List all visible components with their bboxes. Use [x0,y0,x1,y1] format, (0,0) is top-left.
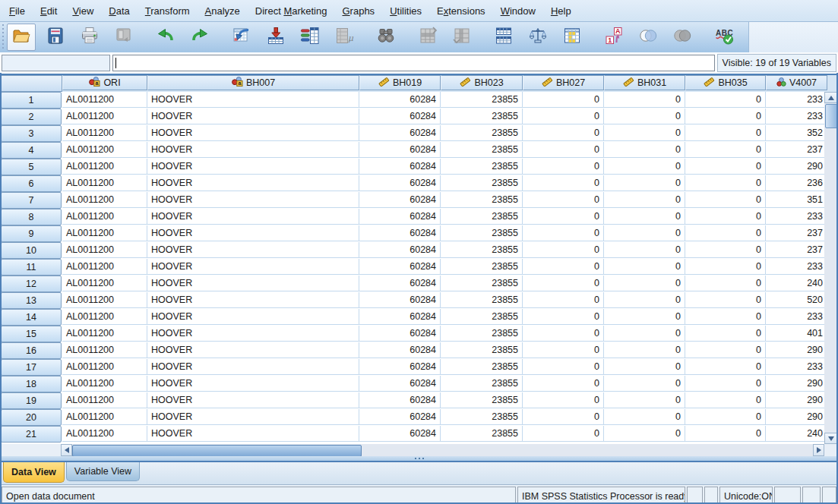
cell[interactable]: 60284 [359,159,441,175]
cell[interactable]: AL0011200 [62,359,147,375]
cell[interactable]: 0 [604,175,685,191]
cell[interactable]: 0 [604,242,685,258]
cell[interactable]: AL0011200 [62,342,147,358]
row-number-21[interactable]: 21 [1,426,62,443]
cell[interactable]: 0 [685,292,766,308]
cell[interactable]: 60284 [359,292,441,308]
cell[interactable]: 60284 [359,175,441,191]
row-number-9[interactable]: 9 [1,225,62,242]
cell[interactable]: 233 [766,109,827,124]
cell[interactable]: 23855 [441,109,523,124]
menu-data[interactable]: Data [101,2,137,20]
cell[interactable]: HOOVER [147,309,359,325]
cell[interactable]: 0 [523,209,604,225]
cell[interactable]: 0 [523,242,604,258]
cell[interactable]: 0 [523,309,604,325]
cell[interactable]: 60284 [359,209,441,225]
cell[interactable]: AL0011200 [62,192,147,208]
cell[interactable]: 60284 [359,192,441,208]
tab-variable-view[interactable]: Variable View [66,462,140,481]
cell[interactable]: 0 [523,292,604,308]
cell[interactable]: HOOVER [147,109,359,124]
cell[interactable]: 23855 [441,92,523,108]
cell[interactable]: 0 [685,276,766,291]
column-header-BH019[interactable]: BH019 [359,75,441,90]
scroll-down-button[interactable] [824,433,837,444]
toolbar-grip[interactable] [1,24,5,50]
cell[interactable]: HOOVER [147,292,359,308]
cell[interactable]: 23855 [441,142,523,158]
cell[interactable]: HOOVER [147,225,359,241]
cell[interactable]: AL0011200 [62,125,147,141]
cell[interactable]: 23855 [441,392,523,408]
use-variable-sets-button[interactable] [634,24,662,51]
cell[interactable]: 0 [523,376,604,392]
cell[interactable]: 0 [685,342,766,358]
cell[interactable]: 23855 [441,225,523,241]
cell[interactable]: 0 [523,259,604,275]
row-number-8[interactable]: 8 [1,209,62,225]
row-number-19[interactable]: 19 [1,392,62,409]
vertical-scroll-track[interactable] [824,129,837,433]
redo-button[interactable] [185,24,214,51]
horizontal-scroll-thumb[interactable] [72,445,362,456]
row-number-5[interactable]: 5 [1,159,62,175]
goto-variable-button[interactable] [261,24,290,51]
column-header-BH007[interactable]: aBH007 [147,75,359,90]
cell[interactable]: 23855 [441,209,523,225]
cell[interactable]: 60284 [359,259,441,275]
cell[interactable]: 0 [685,142,766,158]
cell[interactable]: 0 [604,392,685,408]
cell[interactable]: 23855 [441,409,523,425]
menu-view[interactable]: View [65,2,101,20]
cell[interactable]: 240 [766,426,827,442]
cell[interactable]: 290 [766,376,827,392]
cell[interactable]: 23855 [441,259,523,275]
cell[interactable]: AL0011200 [62,392,147,408]
column-header-BH027[interactable]: BH027 [523,75,604,90]
menu-utilities[interactable]: Utilities [382,2,429,20]
cell[interactable]: 23855 [441,192,523,208]
cell[interactable]: 60284 [359,392,441,408]
cell[interactable]: 23855 [441,292,523,308]
row-number-20[interactable]: 20 [1,409,62,426]
cell[interactable]: 0 [523,175,604,191]
cell[interactable]: 0 [685,326,766,342]
cell[interactable]: 0 [604,109,685,124]
cell[interactable]: HOOVER [147,276,359,291]
cell[interactable]: 23855 [441,175,523,191]
cell[interactable]: 60284 [359,276,441,291]
cell[interactable]: 240 [766,276,827,291]
open-data-button[interactable] [7,24,36,51]
cell[interactable]: 0 [604,309,685,325]
cell[interactable]: 0 [523,276,604,291]
variables-button[interactable] [296,24,324,51]
cell[interactable]: 60284 [359,309,441,325]
cell[interactable]: AL0011200 [62,209,147,225]
cell[interactable]: 0 [523,109,604,124]
row-number-10[interactable]: 10 [1,242,62,259]
scroll-up-button[interactable] [824,92,837,103]
cell[interactable]: HOOVER [147,259,359,275]
horizontal-scroll-track[interactable] [362,444,813,456]
cell[interactable]: 0 [604,225,685,241]
cell[interactable]: 0 [604,125,685,141]
cell[interactable]: 0 [523,125,604,141]
cell[interactable]: 0 [685,192,766,208]
cell[interactable]: 23855 [441,276,523,291]
cell[interactable]: 0 [604,159,685,175]
cell[interactable]: AL0011200 [62,292,147,308]
cell[interactable]: 237 [766,142,827,158]
spell-check-button[interactable]: ABC [710,24,738,51]
row-number-11[interactable]: 11 [1,259,62,276]
cell[interactable]: 520 [766,292,827,308]
cell[interactable]: AL0011200 [62,376,147,392]
cell[interactable]: 0 [604,209,685,225]
cell[interactable]: AL0011200 [62,109,147,124]
cell[interactable]: 60284 [359,376,441,392]
cell[interactable]: 0 [604,192,685,208]
cell[interactable]: 60284 [359,242,441,258]
cell[interactable]: 0 [523,92,604,108]
menu-edit[interactable]: Edit [33,2,65,20]
cell[interactable]: 290 [766,409,827,425]
